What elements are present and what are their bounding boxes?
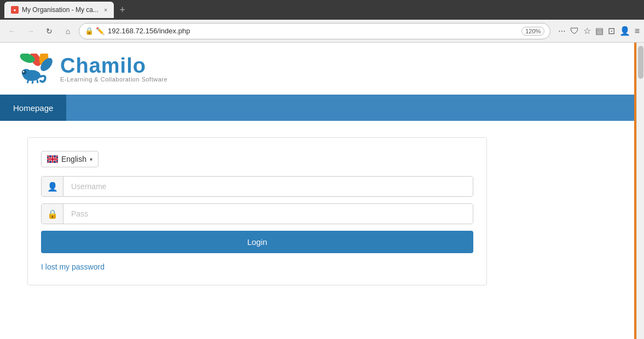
page-content: Chamilo E-Learning & Collaboration Softw… xyxy=(0,43,644,339)
chameleon-logo xyxy=(16,54,55,84)
back-button[interactable]: ← xyxy=(4,24,20,39)
address-bar[interactable]: 🔒 ✏️ 192.168.72.156/index.php 120% xyxy=(79,23,550,39)
lost-password-link[interactable]: I lost my password xyxy=(41,262,105,271)
url-text: 192.168.72.156/index.php xyxy=(108,27,518,35)
library-icon[interactable]: ▤ xyxy=(595,26,604,36)
profile-icon[interactable]: 👤 xyxy=(619,26,630,36)
tab-favicon: ● xyxy=(11,6,19,14)
browser-chrome: ● My Organisation - My ca... × + xyxy=(0,0,644,20)
login-button[interactable]: Login xyxy=(41,231,473,253)
logo-text-area: Chamilo E-Learning & Collaboration Softw… xyxy=(60,55,167,83)
address-bar-icons: 🔒 ✏️ xyxy=(85,27,105,35)
svg-line-10 xyxy=(37,80,38,83)
tab-close-button[interactable]: × xyxy=(104,7,107,13)
login-box: English ▾ 👤 🔒 Login I lost my passwor xyxy=(27,137,487,285)
user-icon: 👤 xyxy=(47,182,58,192)
active-tab[interactable]: ● My Organisation - My ca... × xyxy=(4,2,114,18)
sidebar-icon[interactable]: ⊡ xyxy=(608,26,615,36)
pocket-icon[interactable]: 🛡 xyxy=(570,26,579,36)
nav-bar-spacer xyxy=(66,95,644,121)
orange-accent-bar xyxy=(634,43,636,339)
password-input-group: 🔒 xyxy=(41,203,473,224)
refresh-button[interactable]: ↻ xyxy=(42,24,57,39)
username-input[interactable] xyxy=(63,177,473,196)
more-button[interactable]: ··· xyxy=(558,26,565,36)
address-bar-row: ← → ↻ ⌂ 🔒 ✏️ 192.168.72.156/index.php 12… xyxy=(0,20,644,43)
bookmark-icon[interactable]: ☆ xyxy=(583,26,591,36)
lock-icon: 🔒 xyxy=(47,209,58,219)
svg-point-7 xyxy=(23,71,25,73)
forward-button[interactable]: → xyxy=(23,24,38,39)
tab-bar: ● My Organisation - My ca... × + xyxy=(4,2,129,18)
chamilo-logo-text: Chamilo xyxy=(60,55,167,76)
username-icon-box: 👤 xyxy=(42,177,63,196)
zoom-level: 120% xyxy=(521,27,544,36)
toolbar-icons: ··· 🛡 ☆ ▤ ⊡ 👤 ≡ xyxy=(558,26,640,36)
new-tab-button[interactable]: + xyxy=(116,4,129,16)
nav-bar: Homepage xyxy=(0,95,644,121)
url-display: 192.168.72.156/index.php xyxy=(108,27,190,35)
language-caret: ▾ xyxy=(90,156,92,162)
home-button[interactable]: ⌂ xyxy=(60,24,76,39)
svg-line-9 xyxy=(32,81,33,84)
logo-subtitle: E-Learning & Collaboration Software xyxy=(60,76,167,83)
svg-line-8 xyxy=(27,80,28,83)
scrollbar-thumb[interactable] xyxy=(638,46,643,79)
edit-icon: ✏️ xyxy=(96,27,105,35)
scrollbar[interactable] xyxy=(636,43,644,339)
language-selector[interactable]: English ▾ xyxy=(41,151,98,167)
tab-title: My Organisation - My ca... xyxy=(22,6,98,14)
password-icon-box: 🔒 xyxy=(42,204,63,224)
username-input-group: 👤 xyxy=(41,176,473,197)
logo-container: Chamilo E-Learning & Collaboration Softw… xyxy=(16,54,628,84)
nav-item-homepage[interactable]: Homepage xyxy=(0,95,66,121)
security-icon: 🔒 xyxy=(85,27,94,35)
language-label: English xyxy=(61,155,86,163)
menu-icon[interactable]: ≡ xyxy=(635,26,640,36)
password-input[interactable] xyxy=(63,204,473,224)
login-section: English ▾ 👤 🔒 Login I lost my passwor xyxy=(0,121,644,302)
uk-flag-icon xyxy=(47,155,58,163)
logo-area: Chamilo E-Learning & Collaboration Softw… xyxy=(0,43,644,95)
